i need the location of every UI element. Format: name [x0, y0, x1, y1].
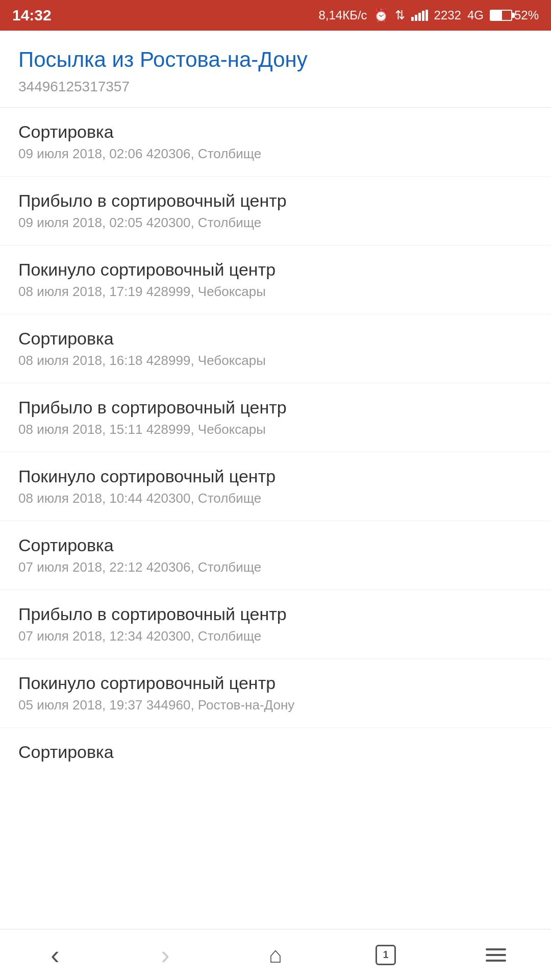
- back-button[interactable]: [35, 935, 76, 975]
- event-item: Покинуло сортировочный центр05 июля 2018…: [0, 659, 551, 728]
- status-bar: 14:32 8,14КБ/с ⏰ ⇅ 2232 4G 52%: [0, 0, 551, 31]
- navigation-bar: 1: [0, 929, 551, 980]
- event-item: Сортировка: [0, 728, 551, 780]
- event-item: Покинуло сортировочный центр08 июля 2018…: [0, 246, 551, 314]
- network-type: 4G: [467, 8, 484, 22]
- event-item: Прибыло в сортировочный центр09 июля 201…: [0, 177, 551, 246]
- battery-indicator: 52%: [490, 8, 539, 22]
- tabs-icon: 1: [375, 945, 396, 965]
- menu-icon: [486, 948, 506, 962]
- event-details: 08 июля 2018, 17:19 428999, Чебоксары: [18, 284, 533, 300]
- event-status: Прибыло в сортировочный центр: [18, 398, 533, 418]
- event-details: 09 июля 2018, 02:06 420306, Столбище: [18, 146, 533, 162]
- signal-number: 2232: [434, 8, 461, 22]
- home-button[interactable]: [255, 935, 296, 975]
- main-content: Посылка из Ростова-на-Дону 3449612531735…: [0, 31, 551, 929]
- home-icon: [269, 942, 283, 968]
- event-item: Сортировка09 июля 2018, 02:06 420306, Ст…: [0, 108, 551, 177]
- back-icon: [51, 940, 59, 970]
- event-item: Сортировка07 июля 2018, 22:12 420306, Ст…: [0, 521, 551, 590]
- event-status: Прибыло в сортировочный центр: [18, 604, 533, 624]
- event-status: Покинуло сортировочный центр: [18, 260, 533, 280]
- status-right: 8,14КБ/с ⏰ ⇅ 2232 4G 52%: [318, 8, 539, 22]
- event-item: Покинуло сортировочный центр08 июля 2018…: [0, 452, 551, 521]
- event-status: Покинуло сортировочный центр: [18, 467, 533, 486]
- event-details: 08 июля 2018, 15:11 428999, Чебоксары: [18, 422, 533, 437]
- menu-button[interactable]: [475, 935, 516, 975]
- forward-button[interactable]: [145, 935, 186, 975]
- status-speed: 8,14КБ/с: [318, 8, 367, 22]
- event-status: Сортировка: [18, 535, 533, 555]
- event-status: Покинуло сортировочный центр: [18, 673, 533, 693]
- event-details: 07 июля 2018, 12:34 420300, Столбище: [18, 628, 533, 644]
- event-status: Прибыло в сортировочный центр: [18, 191, 533, 211]
- event-details: 09 июля 2018, 02:05 420300, Столбище: [18, 215, 533, 231]
- tabs-button[interactable]: 1: [365, 935, 406, 975]
- event-status: Сортировка: [18, 329, 533, 349]
- alarm-icon: ⏰: [373, 8, 389, 22]
- battery-percent: 52%: [514, 8, 539, 22]
- event-status: Сортировка: [18, 122, 533, 142]
- status-time: 14:32: [12, 7, 52, 24]
- package-header: Посылка из Ростова-на-Дону 3449612531735…: [0, 31, 551, 108]
- package-title: Посылка из Ростова-на-Дону: [18, 47, 533, 72]
- signal-bars: [411, 10, 428, 21]
- forward-icon: [161, 940, 169, 970]
- tracking-number: 34496125317357: [18, 79, 533, 95]
- event-status: Сортировка: [18, 742, 533, 762]
- events-list: Сортировка09 июля 2018, 02:06 420306, Ст…: [0, 108, 551, 929]
- event-details: 08 июля 2018, 16:18 428999, Чебоксары: [18, 353, 533, 369]
- event-item: Прибыло в сортировочный центр07 июля 201…: [0, 590, 551, 659]
- event-details: 08 июля 2018, 10:44 420300, Столбище: [18, 491, 533, 506]
- event-details: 07 июля 2018, 22:12 420306, Столбище: [18, 559, 533, 575]
- event-details: 05 июля 2018, 19:37 344960, Ростов-на-До…: [18, 697, 533, 713]
- event-item: Сортировка08 июля 2018, 16:18 428999, Че…: [0, 314, 551, 383]
- sync-icon: ⇅: [395, 8, 405, 22]
- event-item: Прибыло в сортировочный центр08 июля 201…: [0, 383, 551, 452]
